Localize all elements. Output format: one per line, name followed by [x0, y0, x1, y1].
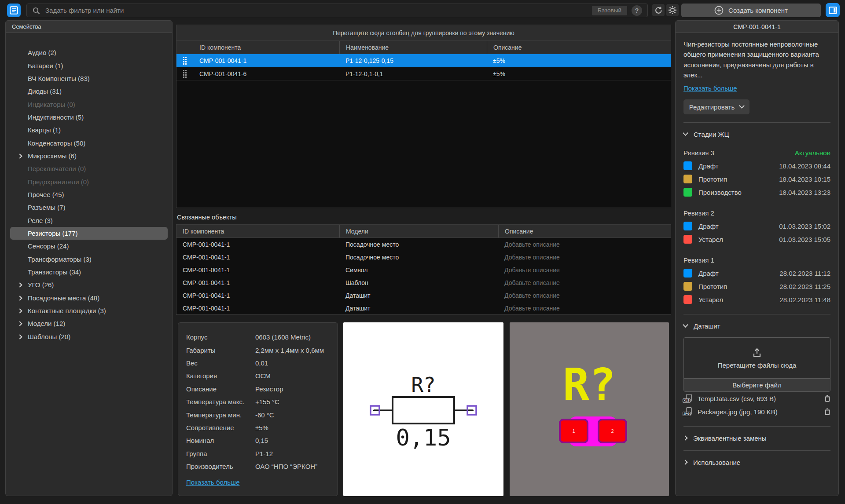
property-row: Вес0,01 — [186, 357, 338, 369]
symbol-refdes: R? — [411, 373, 435, 397]
sidebar-item-transformers[interactable]: Трансформаторы (3) — [6, 253, 172, 266]
trash-icon — [824, 395, 830, 402]
divider — [683, 426, 830, 427]
refresh-button[interactable] — [652, 4, 665, 16]
dropzone-area[interactable]: Перетащите файлы сюда — [684, 338, 830, 378]
chevron-right-icon — [17, 321, 22, 326]
create-component-button[interactable]: Создать компонент — [681, 4, 821, 17]
families-panel-header: Семейства — [6, 21, 172, 33]
stage-color-swatch — [683, 235, 692, 244]
file-dropzone[interactable]: Перетащите файлы сюда Выберите файл — [683, 337, 830, 392]
attached-file-row[interactable]: JPG Packages.jpg (jpg, 190 KB) — [683, 405, 830, 418]
sidebar-item-relays[interactable]: Реле (3) — [6, 214, 172, 226]
panel-toggle-button[interactable] — [826, 3, 840, 17]
column-header-description[interactable]: Описание — [498, 225, 671, 237]
column-header-models[interactable]: Модели — [339, 225, 498, 237]
choose-file-button[interactable]: Выберите файл — [684, 378, 830, 391]
component-row[interactable]: CMP-001-0041-6 Р1-12-0,1-0,1 ±5% — [176, 67, 671, 80]
sidebar-item-resistors[interactable]: Резисторы (177) — [10, 227, 168, 240]
sidebar-item-misc[interactable]: Прочее (45) — [6, 188, 172, 201]
property-row: Габариты2,2мм x 1,4мм x 0,6мм — [186, 343, 338, 356]
component-row-selected[interactable]: CMP-001-0041-1 Р1-12-0,125-0,15 ±5% — [176, 54, 671, 67]
refresh-icon — [654, 6, 663, 15]
related-table-header: ID компонента Модели Описание — [176, 225, 671, 238]
sidebar-item-rf-components[interactable]: ВЧ Компоненты (83) — [6, 72, 172, 85]
sidebar-item-capacitors[interactable]: Конденсаторы (50) — [6, 136, 172, 149]
sidebar-item-inductors[interactable]: Индуктивности (5) — [6, 111, 172, 124]
footprint-preview: R? 1 2 — [510, 322, 669, 496]
divider — [683, 314, 830, 314]
column-header-description[interactable]: Описание — [487, 41, 671, 54]
csv-file-icon: XLS — [683, 394, 692, 403]
symbol-preview: R? 0,15 — [343, 322, 503, 496]
handle-column-header — [176, 41, 193, 54]
related-objects-table: ID компонента Модели Описание CMP-001-00… — [176, 224, 671, 315]
delete-file-button[interactable] — [824, 408, 830, 415]
document-list-icon — [10, 6, 18, 15]
properties-show-more-link[interactable]: Показать больше — [186, 478, 239, 486]
equivalents-section-header[interactable]: Эквивалентные замены — [683, 434, 830, 442]
edit-button[interactable]: Редактировать — [683, 99, 749, 114]
details-show-more-link[interactable]: Показать больше — [683, 84, 737, 92]
stage-color-swatch — [683, 222, 692, 230]
sidebar-item-models[interactable]: Модели (12) — [6, 317, 172, 330]
sidebar-item-connectors[interactable]: Разъемы (7) — [6, 201, 172, 214]
chevron-down-icon — [683, 130, 688, 136]
related-row[interactable]: CMP-001-0041-1 Даташит Добавьте описание — [176, 289, 671, 302]
lifecycle-stage-row: Устарел 28.02.2023 11:48 — [683, 293, 830, 306]
sidebar-item-ugo[interactable]: УГО (26) — [6, 278, 172, 291]
drag-handle-icon[interactable] — [176, 69, 193, 78]
sidebar-item-crystals[interactable]: Кварцы (1) — [6, 124, 172, 136]
column-header-name[interactable]: Наименование — [339, 41, 487, 54]
datasheet-section-header[interactable]: Даташит — [683, 321, 830, 330]
components-table: Перетащите сюда столбец для группировки … — [176, 25, 671, 208]
footprint-refdes: R? — [510, 363, 669, 407]
related-row[interactable]: CMP-001-0041-1 Символ Добавьте описание — [176, 263, 671, 276]
lifecycle-stage-row: Прототип 28.02.2023 11:25 — [683, 280, 830, 293]
divider — [683, 450, 830, 451]
column-header-id[interactable]: ID компонента — [176, 225, 339, 237]
chevron-right-icon — [17, 308, 22, 313]
actual-badge: Актуальное — [795, 149, 830, 157]
property-row: Температура макс.+155 °C — [186, 395, 338, 408]
filter-profile-badge[interactable]: Базовый — [592, 6, 627, 15]
sidebar-item-transistors[interactable]: Транзисторы (34) — [6, 266, 172, 278]
sidebar-item-pads[interactable]: Контактные площадки (3) — [6, 304, 172, 317]
settings-button[interactable] — [666, 4, 679, 16]
property-row: ПроизводительОАО “НПО “ЭРКОН” — [186, 460, 338, 473]
sidebar-item-microchips[interactable]: Микросхемы (6) — [6, 150, 172, 162]
chevron-right-icon — [683, 435, 687, 440]
delete-file-button[interactable] — [824, 395, 830, 402]
usage-section-header[interactable]: Использование — [683, 458, 830, 467]
component-description: Чип-резисторы постоянные непроволочные о… — [683, 39, 831, 80]
top-bar: Базовый ? Создать компонент — [0, 0, 845, 20]
lifecycle-section-header[interactable]: Стадии ЖЦ — [683, 130, 830, 139]
sidebar-item-sensors[interactable]: Сенсоры (24) — [6, 240, 172, 252]
drag-handle-icon[interactable] — [176, 56, 193, 65]
component-details-panel: CMP-001-0041-1 Чип-резисторы постоянные … — [675, 20, 839, 496]
property-row: ГруппаР1-12 — [186, 447, 338, 460]
chevron-right-icon — [683, 460, 687, 464]
lifecycle-stage-row: Устарел 01.03.2023 15:05 — [683, 233, 830, 246]
revision-header: Ревизия 3 Актуальное — [683, 149, 830, 157]
sidebar-item-audio[interactable]: Аудио (2) — [6, 46, 172, 59]
symbol-value: 0,15 — [396, 424, 451, 451]
sidebar-item-templates[interactable]: Шаблоны (20) — [6, 330, 172, 343]
related-row[interactable]: CMP-001-0041-1 Посадочное место Добавьте… — [176, 238, 671, 251]
property-row: Номинал0,15 — [186, 434, 338, 447]
upload-icon — [751, 347, 763, 358]
sidebar-item-footprints[interactable]: Посадочные места (48) — [6, 292, 172, 304]
sidebar-item-batteries[interactable]: Батареи (1) — [6, 59, 172, 72]
help-button[interactable]: ? — [632, 5, 642, 16]
create-component-label: Создать компонент — [728, 7, 788, 14]
property-row: Сопротивление±5% — [186, 421, 338, 434]
related-row[interactable]: CMP-001-0041-1 Даташит Добавьте описание — [176, 302, 671, 314]
app-menu-icon[interactable] — [7, 4, 21, 17]
attached-file-row[interactable]: XLS TempData.csv (csv, 693 B) — [683, 392, 830, 405]
group-by-dropzone[interactable]: Перетащите сюда столбец для группировки … — [176, 25, 671, 41]
sidebar-item-diodes[interactable]: Диоды (31) — [6, 85, 172, 98]
related-row[interactable]: CMP-001-0041-1 Посадочное место Добавьте… — [176, 251, 671, 263]
related-row[interactable]: CMP-001-0041-1 Шаблон Добавьте описание — [176, 276, 671, 289]
search-input[interactable] — [27, 4, 647, 17]
column-header-id[interactable]: ID компонента — [193, 41, 339, 54]
